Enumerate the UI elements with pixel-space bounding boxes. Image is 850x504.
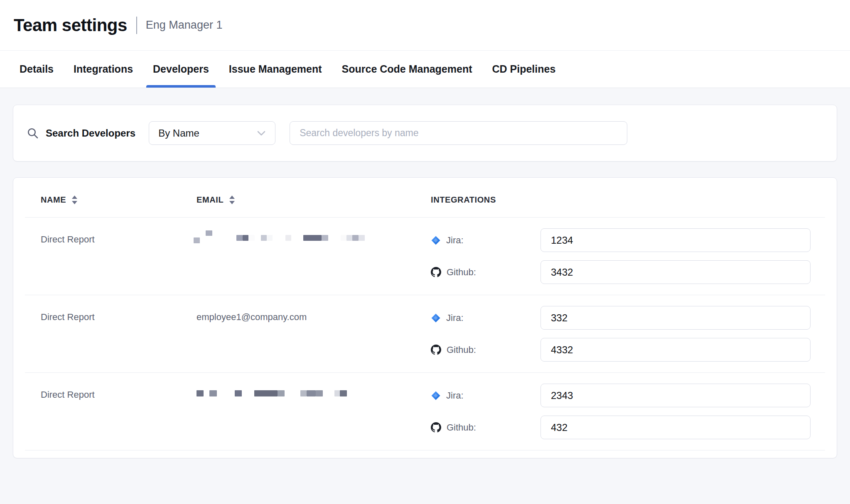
github-label-group: Github: bbox=[431, 267, 540, 278]
column-header-email: EMAIL bbox=[197, 195, 431, 205]
redaction-block bbox=[197, 390, 204, 396]
github-mark-icon bbox=[431, 345, 441, 355]
search-filter-selected-value: By Name bbox=[158, 127, 199, 139]
jira-id-input[interactable] bbox=[540, 306, 811, 330]
redaction-block bbox=[285, 235, 291, 241]
redaction-block bbox=[278, 390, 285, 396]
redaction-block bbox=[340, 390, 347, 396]
github-label: Github: bbox=[447, 422, 476, 433]
redaction-block bbox=[334, 390, 340, 396]
redaction-block bbox=[194, 237, 200, 243]
table-row: Direct Report bbox=[25, 218, 825, 295]
title-divider bbox=[136, 17, 137, 34]
search-filter-select[interactable]: By Name bbox=[149, 121, 275, 145]
redaction-block bbox=[341, 235, 346, 241]
table-rows-wrap: NAME EMAIL bbox=[25, 195, 825, 450]
search-label-group: Search Developers bbox=[27, 127, 135, 139]
jira-label: Jira: bbox=[446, 235, 464, 246]
redaction-block bbox=[235, 390, 242, 396]
developer-email: employee1@company.com bbox=[197, 312, 431, 362]
jira-label-group: Jira: bbox=[431, 313, 540, 323]
redaction-block bbox=[300, 390, 307, 396]
redaction-block bbox=[267, 235, 273, 241]
table-row: Direct Report employee1@company.com bbox=[25, 295, 825, 373]
jira-label-group: Jira: bbox=[431, 235, 540, 246]
redaction-block bbox=[209, 390, 217, 396]
github-label: Github: bbox=[447, 267, 476, 278]
content-area: Search Developers By Name NAME bbox=[0, 88, 850, 504]
tab-integrations[interactable]: Integrations bbox=[74, 51, 133, 88]
github-id-input[interactable] bbox=[540, 416, 811, 439]
jira-diamond-icon bbox=[431, 235, 441, 245]
integrations-cell: Jira: Github: bbox=[431, 228, 811, 284]
tab-cd-pipelines[interactable]: CD Pipelines bbox=[492, 51, 556, 88]
jira-label: Jira: bbox=[446, 390, 464, 401]
github-label: Github: bbox=[447, 345, 476, 355]
search-developers-label: Search Developers bbox=[46, 127, 135, 139]
redaction-block bbox=[346, 235, 352, 241]
redaction-block bbox=[206, 230, 212, 236]
redaction-block bbox=[352, 235, 359, 241]
team-settings-page: Team settings Eng Manager 1 Details Inte… bbox=[0, 0, 850, 504]
sort-by-email-button[interactable] bbox=[229, 195, 235, 205]
page-header: Team settings Eng Manager 1 bbox=[0, 0, 850, 51]
redaction-block bbox=[303, 235, 322, 241]
sort-arrows-icon bbox=[71, 195, 78, 205]
jira-integration-row: Jira: bbox=[431, 306, 811, 330]
column-header-integrations: INTEGRATIONS bbox=[431, 195, 809, 205]
sort-arrows-icon bbox=[229, 195, 235, 205]
email-column-label: EMAIL bbox=[197, 195, 224, 205]
redacted-email bbox=[197, 387, 431, 399]
redaction-block bbox=[261, 235, 267, 241]
jira-integration-row: Jira: bbox=[431, 228, 811, 252]
developer-name: Direct Report bbox=[41, 312, 197, 362]
jira-diamond-icon bbox=[431, 313, 441, 323]
chevron-down-icon bbox=[257, 130, 266, 136]
tab-bar: Details Integrations Developers Issue Ma… bbox=[0, 51, 850, 88]
redaction-block bbox=[316, 390, 323, 396]
team-name-subtitle: Eng Manager 1 bbox=[146, 19, 223, 32]
jira-integration-row: Jira: bbox=[431, 384, 811, 407]
tab-source-code-management[interactable]: Source Code Management bbox=[342, 51, 472, 88]
github-integration-row: Github: bbox=[431, 416, 811, 439]
github-mark-icon bbox=[431, 267, 441, 277]
redaction-block bbox=[359, 235, 365, 241]
github-label-group: Github: bbox=[431, 422, 540, 433]
column-header-name: NAME bbox=[41, 195, 197, 205]
redacted-email bbox=[197, 232, 431, 244]
github-integration-row: Github: bbox=[431, 260, 811, 284]
developer-name: Direct Report bbox=[41, 389, 197, 439]
tab-developers[interactable]: Developers bbox=[153, 51, 209, 88]
search-icon bbox=[27, 127, 39, 139]
search-developers-input[interactable] bbox=[290, 121, 627, 145]
redaction-block bbox=[254, 390, 278, 396]
integrations-cell: Jira: Github: bbox=[431, 384, 811, 439]
jira-id-input[interactable] bbox=[540, 228, 811, 252]
github-id-input[interactable] bbox=[540, 260, 811, 284]
integrations-column-label: INTEGRATIONS bbox=[431, 195, 496, 205]
redaction-block bbox=[243, 235, 248, 241]
sort-by-name-button[interactable] bbox=[71, 195, 78, 205]
search-developers-panel: Search Developers By Name bbox=[13, 105, 837, 161]
tab-issue-management[interactable]: Issue Management bbox=[229, 51, 322, 88]
jira-diamond-icon bbox=[431, 391, 441, 401]
name-column-label: NAME bbox=[41, 195, 66, 205]
developers-table: NAME EMAIL bbox=[13, 177, 837, 458]
developer-name: Direct Report bbox=[41, 234, 197, 284]
jira-id-input[interactable] bbox=[540, 384, 811, 407]
jira-label-group: Jira: bbox=[431, 390, 540, 401]
github-mark-icon bbox=[431, 422, 441, 433]
github-label-group: Github: bbox=[431, 345, 540, 355]
table-row: Direct Report bbox=[25, 373, 825, 450]
tab-details[interactable]: Details bbox=[20, 51, 54, 88]
redaction-block bbox=[322, 235, 328, 241]
page-title: Team settings bbox=[14, 15, 127, 35]
redaction-block bbox=[236, 235, 243, 241]
integrations-cell: Jira: Github: bbox=[431, 306, 811, 362]
jira-label: Jira: bbox=[446, 313, 464, 323]
github-id-input[interactable] bbox=[540, 338, 811, 362]
redaction-block bbox=[307, 390, 316, 396]
redaction-block bbox=[248, 235, 255, 241]
github-integration-row: Github: bbox=[431, 338, 811, 362]
table-header-row: NAME EMAIL bbox=[25, 195, 825, 218]
